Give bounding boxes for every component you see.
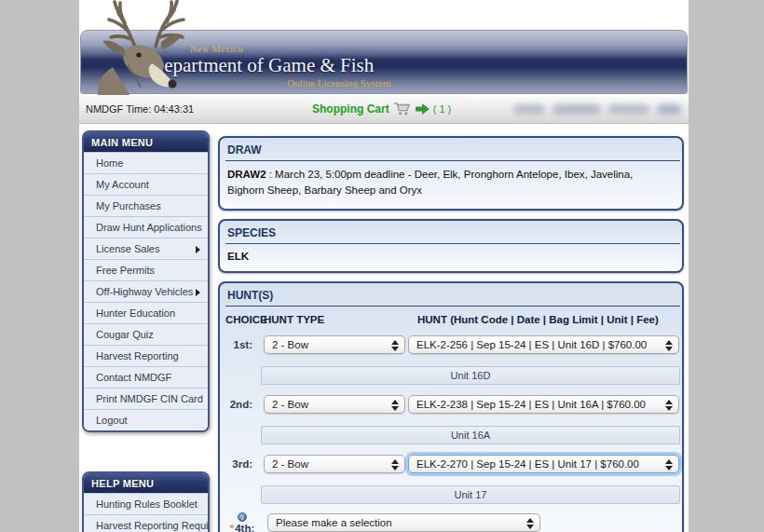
- choice-label-1st: 1st:: [225, 339, 264, 350]
- required-marker: *: [230, 523, 234, 532]
- panel-divider: [225, 243, 680, 244]
- choice-label-2nd: 2nd:: [225, 399, 264, 410]
- menu-item-license-sales[interactable]: License Sales: [84, 238, 208, 259]
- up-down-stepper-icon: [664, 458, 673, 471]
- hunts-panel-title: HUNT(S): [225, 289, 680, 302]
- hunt-row-2: 2nd: 2 - Bow ELK-2-238 | Sep 15-24 | ES …: [225, 395, 680, 414]
- deer-logo-image: [85, 0, 226, 95]
- hunt-type-select-3[interactable]: 2 - Bow: [264, 455, 405, 473]
- header-subtitle: Online Licensing System: [287, 77, 390, 89]
- hunt-row-1: 1st: 2 - Bow ELK-2-256 | Sep 15-24 | ES …: [225, 335, 680, 354]
- submenu-right-arrow-icon: [196, 289, 200, 296]
- hunt-type-select-2[interactable]: 2 - Bow: [264, 395, 405, 414]
- shopping-cart-label: Shopping Cart: [312, 102, 389, 116]
- status-bar: NMDGF Time: 04:43:31 Shopping Cart ( 1 ): [79, 96, 689, 124]
- draw-panel: DRAW DRAW2 : March 23, 5:00pm deadline -…: [218, 136, 684, 211]
- arrow-right-icon: [416, 103, 430, 115]
- help-menu-title: HELP MENU: [84, 473, 208, 493]
- up-down-stepper-icon: [525, 517, 534, 530]
- menu-item-free-permits[interactable]: Free Permits: [84, 259, 208, 280]
- redacted-user-info: [513, 104, 681, 115]
- shopping-cart-icon: [393, 102, 412, 116]
- hunt-select-3[interactable]: ELK-2-270 | Sep 15-24 | ES | Unit 17 | $…: [408, 455, 679, 473]
- panel-divider: [225, 160, 680, 161]
- menu-item-logout[interactable]: Logout: [84, 409, 208, 430]
- unit-bar-2: Unit 16A: [261, 426, 680, 444]
- page: New Mexico Department of Game & Fish Onl…: [79, 0, 689, 532]
- hunts-panel: HUNT(S) CHOICE HUNT TYPE HUNT (Hunt Code…: [218, 281, 684, 532]
- up-down-stepper-icon: [664, 399, 673, 412]
- main-menu: MAIN MENU Home My Account My Purchases D…: [82, 130, 210, 432]
- hunt-select-2[interactable]: ELK-2-238 | Sep 15-24 | ES | Unit 16A | …: [408, 395, 679, 414]
- draw-description: DRAW2 : March 23, 5:00pm deadline - Deer…: [225, 166, 680, 201]
- menu-item-hunting-rules-booklet[interactable]: Hunting Rules Booklet: [84, 493, 208, 514]
- menu-item-harvest-reporting-requirements[interactable]: Harvest Reporting Requirements: [84, 514, 208, 532]
- hunt-select-4[interactable]: Please make a selection: [267, 513, 540, 532]
- panel-divider: [225, 306, 680, 307]
- column-choice: CHOICE: [225, 314, 264, 325]
- column-hunt-type: HUNT TYPE: [264, 314, 417, 325]
- cart-count: ( 1 ): [433, 103, 452, 115]
- draw-code: DRAW2: [227, 169, 266, 180]
- main-menu-title: MAIN MENU: [84, 132, 208, 152]
- hunt-select-1[interactable]: ELK-2-256 | Sep 15-24 | ES | Unit 16D | …: [408, 335, 679, 354]
- hunt-type-select-1[interactable]: 2 - Bow: [264, 335, 405, 354]
- up-down-stepper-icon: [390, 458, 399, 471]
- info-icon[interactable]: [238, 512, 247, 522]
- menu-item-harvest-reporting[interactable]: Harvest Reporting: [84, 345, 208, 366]
- server-time: NMDGF Time: 04:43:31: [86, 103, 194, 115]
- menu-item-cougar-quiz[interactable]: Cougar Quiz: [84, 323, 208, 345]
- choice-label-3rd: 3rd:: [225, 458, 264, 470]
- help-menu: HELP MENU Hunting Rules Booklet Harvest …: [82, 471, 210, 532]
- menu-item-print-nmdgf-cin-card[interactable]: Print NMDGF CIN Card: [84, 388, 208, 409]
- main-content: DRAW DRAW2 : March 23, 5:00pm deadline -…: [218, 136, 684, 532]
- hunt-row-3: 3rd: 2 - Bow ELK-2-270 | Sep 15-24 | ES …: [225, 455, 680, 473]
- species-value: ELK: [225, 249, 680, 264]
- shopping-cart-link[interactable]: Shopping Cart ( 1 ): [312, 102, 451, 116]
- column-hunt: HUNT (Hunt Code | Date | Bag Limit | Uni…: [417, 314, 680, 325]
- hunt-row-4: *4th: Please make a selection: [225, 512, 680, 532]
- menu-item-hunter-education[interactable]: Hunter Education: [84, 302, 208, 323]
- up-down-stepper-icon: [664, 339, 673, 352]
- hunt-column-headers: CHOICE HUNT TYPE HUNT (Hunt Code | Date …: [225, 314, 680, 325]
- menu-item-my-purchases[interactable]: My Purchases: [84, 195, 208, 216]
- unit-bar-1: Unit 16D: [261, 366, 680, 385]
- unit-bar-3: Unit 17: [261, 485, 680, 504]
- screen: New Mexico Department of Game & Fish Onl…: [0, 0, 764, 532]
- up-down-stepper-icon: [390, 339, 399, 352]
- species-panel-title: SPECIES: [225, 226, 680, 239]
- menu-item-my-account[interactable]: My Account: [84, 173, 208, 195]
- menu-item-home[interactable]: Home: [84, 152, 208, 173]
- choice-label-4th: 4th:: [235, 523, 254, 532]
- menu-item-off-highway-vehicles[interactable]: Off-Highway Vehicles: [84, 280, 208, 302]
- menu-item-draw-hunt-applications[interactable]: Draw Hunt Applications: [84, 216, 208, 238]
- submenu-right-arrow-icon: [196, 246, 200, 253]
- menu-item-contact-nmdgf[interactable]: Contact NMDGF: [84, 366, 208, 388]
- draw-panel-title: DRAW: [225, 143, 680, 157]
- up-down-stepper-icon: [390, 399, 399, 412]
- species-panel: SPECIES ELK: [218, 219, 684, 273]
